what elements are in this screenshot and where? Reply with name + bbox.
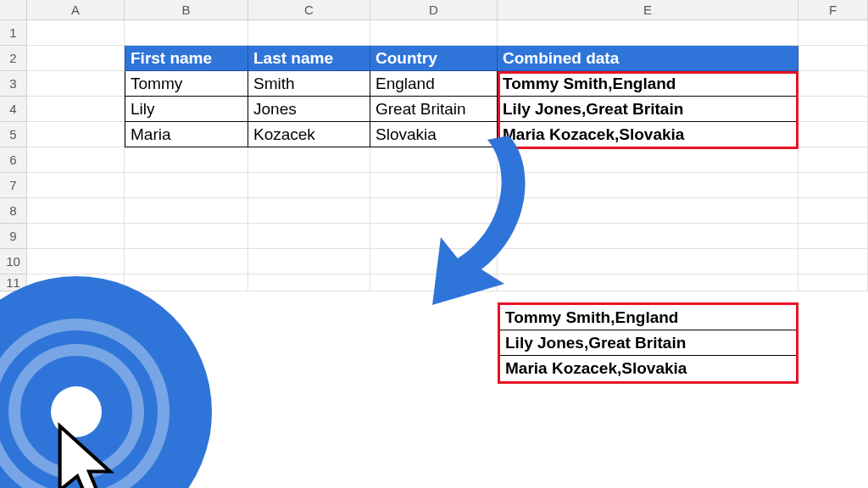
cell-F11[interactable] [798,274,868,291]
row-header-4[interactable]: 4 [0,97,27,122]
spreadsheet-grid[interactable]: A B C D E F 1 2 First name Last name Cou… [0,0,868,488]
cell-E7[interactable] [498,173,798,198]
cell-E10[interactable] [498,249,798,274]
cell-D11[interactable] [370,274,498,291]
cell-C7[interactable] [248,173,370,198]
cell-C6[interactable] [248,147,370,173]
cell-country-0[interactable]: England [370,71,498,97]
cell-B8[interactable] [125,198,248,224]
cell-D8[interactable] [370,198,498,224]
header-first-name[interactable]: First name [125,46,248,71]
cell-C11[interactable] [248,274,370,291]
cell-A10[interactable] [27,249,125,274]
row-header-1[interactable]: 1 [0,20,27,46]
cell-B1[interactable] [125,20,248,46]
cell-last-0[interactable]: Smith [248,71,370,97]
row-10: 10 [0,249,868,274]
cell-C8[interactable] [248,198,370,224]
row-header-3[interactable]: 3 [0,71,27,97]
cell-B10[interactable] [125,249,248,274]
brand-logo [0,276,212,488]
cell-C1[interactable] [248,20,370,46]
copy-row-2: Maria Kozacek,Slovakia [500,356,796,381]
cell-country-1[interactable]: Great Britain [370,97,498,122]
row-header-9[interactable]: 9 [0,224,27,249]
cell-E8[interactable] [498,198,798,224]
cell-F2[interactable] [798,46,868,71]
cell-combined-0[interactable]: Tommy Smith,England [498,71,798,97]
row-header-6[interactable]: 6 [0,147,27,173]
cell-first-2[interactable]: Maria [125,122,248,147]
cell-E11[interactable] [498,274,798,291]
column-header-row: A B C D E F [0,0,868,20]
row-4: 4 Lily Jones Great Britain Lily Jones,Gr… [0,97,868,122]
cell-E6[interactable] [498,147,798,173]
cell-A1[interactable] [27,20,125,46]
cell-last-1[interactable]: Jones [248,97,370,122]
cell-F6[interactable] [798,147,868,173]
cell-A9[interactable] [27,224,125,249]
cell-F7[interactable] [798,173,868,198]
cell-B11[interactable] [125,274,248,291]
cell-F3[interactable] [798,71,868,97]
col-header-F[interactable]: F [798,0,868,19]
cell-F5[interactable] [798,122,868,147]
col-header-A[interactable]: A [27,0,125,19]
cell-E1[interactable] [498,20,798,46]
row-header-7[interactable]: 7 [0,173,27,198]
cell-A6[interactable] [27,147,125,173]
rows-area: 1 2 First name Last name Country Combine… [0,20,868,291]
row-header-10[interactable]: 10 [0,249,27,274]
cell-A7[interactable] [27,173,125,198]
cell-F8[interactable] [798,198,868,224]
row-header-8[interactable]: 8 [0,198,27,224]
highlight-combined-copy: Tommy Smith,England Lily Jones,Great Bri… [498,302,798,384]
header-combined[interactable]: Combined data [498,46,798,71]
row-5: 5 Maria Kozacek Slovakia Maria Kozacek,S… [0,122,868,147]
cell-F9[interactable] [798,224,868,249]
row-7: 7 [0,173,868,198]
cell-country-2[interactable]: Slovakia [370,122,498,147]
cell-first-0[interactable]: Tommy [125,71,248,97]
cell-D9[interactable] [370,224,498,249]
row-9: 9 [0,224,868,249]
cell-A8[interactable] [27,198,125,224]
cell-A2[interactable] [27,46,125,71]
cell-D7[interactable] [370,173,498,198]
col-header-D[interactable]: D [370,0,498,19]
header-last-name[interactable]: Last name [248,46,370,71]
cell-F10[interactable] [798,249,868,274]
row-1: 1 [0,20,868,46]
copy-row-1: Lily Jones,Great Britain [500,330,796,356]
cell-A3[interactable] [27,71,125,97]
row-3: 3 Tommy Smith England Tommy Smith,Englan… [0,71,868,97]
cell-B7[interactable] [125,173,248,198]
header-country[interactable]: Country [370,46,498,71]
cell-combined-1[interactable]: Lily Jones,Great Britain [498,97,798,122]
cell-F4[interactable] [798,97,868,122]
row-header-2[interactable]: 2 [0,46,27,71]
select-all-corner[interactable] [0,0,27,19]
cell-D10[interactable] [370,249,498,274]
cell-A4[interactable] [27,97,125,122]
col-header-C[interactable]: C [248,0,370,19]
cell-A5[interactable] [27,122,125,147]
cell-C10[interactable] [248,249,370,274]
cell-B6[interactable] [125,147,248,173]
cursor-icon [51,420,127,488]
cell-B9[interactable] [125,224,248,249]
col-header-E[interactable]: E [498,0,798,19]
col-header-B[interactable]: B [125,0,248,19]
row-2: 2 First name Last name Country Combined … [0,46,868,71]
row-6: 6 [0,147,868,173]
row-8: 8 [0,198,868,224]
cell-combined-2[interactable]: Maria Kozacek,Slovakia [498,122,798,147]
cell-first-1[interactable]: Lily [125,97,248,122]
cell-E9[interactable] [498,224,798,249]
cell-D6[interactable] [370,147,498,173]
cell-F1[interactable] [798,20,868,46]
cell-C9[interactable] [248,224,370,249]
row-header-5[interactable]: 5 [0,122,27,147]
cell-last-2[interactable]: Kozacek [248,122,370,147]
cell-D1[interactable] [370,20,498,46]
